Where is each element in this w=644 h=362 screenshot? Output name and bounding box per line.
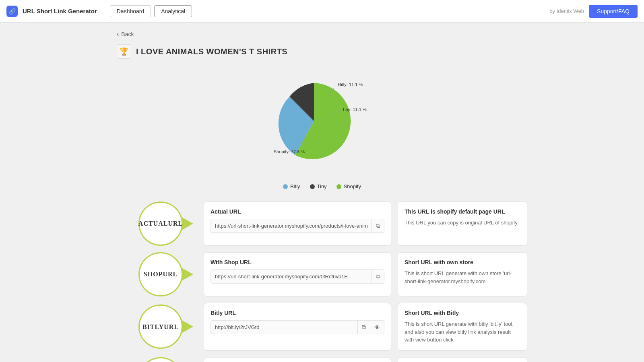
back-link[interactable]: ‹ Back (117, 31, 527, 38)
chart-section: Bitly: 11.1 % Tiny: 11.1 % Shopify: 77.8… (117, 67, 527, 189)
shop-url-input[interactable] (211, 270, 372, 283)
shop-url-circle-line1: Shop (144, 270, 163, 278)
actual-url-circle: Actual URL (138, 202, 183, 246)
shop-url-main-card: With Shop URL ⧉ (204, 252, 391, 296)
tiny-legend-dot (310, 184, 315, 189)
bitly-url-card-title: Bitly URL (211, 310, 384, 316)
actual-url-input[interactable] (211, 220, 372, 232)
actual-url-copy-button[interactable]: ⧉ (372, 219, 384, 232)
app-title: URL Short Link Generator (23, 8, 97, 14)
bitly-legend-label: Bitly (290, 183, 300, 189)
main-content: ‹ Back 🏆 I LOVE ANIMALS WOMEN'S T SHIRTS (101, 23, 543, 362)
pie-chart-wrapper: Bitly: 11.1 % Tiny: 11.1 % Shopify: 77.8… (262, 67, 382, 179)
shop-url-circle-line2: URL (163, 270, 178, 278)
back-label: Back (121, 31, 134, 37)
app-icon: 🔗 (6, 6, 18, 17)
bitly-url-circle-line2: URL (164, 323, 179, 331)
actual-url-main-card: Actual URL ⧉ (204, 202, 391, 246)
shop-url-connector (182, 268, 193, 281)
actual-url-circle-line1: Actual (138, 220, 168, 227)
actual-url-input-row: ⧉ (211, 219, 384, 233)
shop-url-info-card: Short URL with own store This is short U… (398, 252, 527, 296)
header-left: 🔗 URL Short Link Generator Dashboard Ana… (6, 5, 192, 17)
legend-bitly: Bitly (283, 183, 300, 189)
by-text: by Identix Web (549, 8, 584, 14)
bitly-url-circle: Bitly URL (138, 304, 183, 349)
product-icon: 🏆 (117, 44, 131, 59)
actual-url-circle-line2: URL (168, 220, 183, 227)
pie-chart-svg: Bitly: 11.1 % Tiny: 11.1 % Shopify: 77.8… (262, 67, 382, 171)
shop-url-row: Shop URL With Shop URL ⧉ Short URL with … (117, 252, 527, 296)
support-faq-button[interactable]: Support/FAQ (589, 5, 638, 18)
dashboard-nav-button[interactable]: Dashboard (110, 5, 151, 17)
shop-url-info-desc: This is short URL generate with own stor… (405, 269, 520, 285)
bitly-url-info-desc: This is short URL generate with bitly 'b… (405, 320, 520, 344)
tiny-url-row: Tiny URL Tiny URL ⧉ Short URL with Tiny … (117, 357, 527, 362)
actual-url-card-title: Actual URL (211, 208, 384, 215)
header-right: by Identix Web Support/FAQ (549, 5, 638, 18)
shop-url-card-title: With Shop URL (211, 259, 384, 265)
tiny-url-circle-container: Tiny URL (117, 357, 197, 362)
shopify-label: Shopify: 77.8 % (274, 149, 305, 154)
shop-url-info-title: Short URL with own store (405, 259, 520, 265)
bitly-legend-dot (283, 184, 288, 189)
product-header: 🏆 I LOVE ANIMALS WOMEN'S T SHIRTS (117, 44, 527, 59)
bitly-url-info-card: Short URL with Bitly This is short URL g… (398, 303, 527, 351)
bitly-url-circle-container: Bitly URL (117, 303, 197, 351)
back-arrow-icon: ‹ (117, 31, 119, 38)
bitly-url-connector (182, 320, 193, 333)
shop-url-circle: Shop URL (138, 252, 183, 296)
shopify-legend-dot (336, 184, 341, 189)
actual-url-info-desc: This URL you can copy is original URL of… (405, 219, 520, 227)
bitly-label: Bitly: 11.1 % (338, 82, 363, 87)
bitly-url-info-title: Short URL with Bitly (405, 310, 520, 316)
bitly-url-main-card: Bitly URL ⧉ 👁 (204, 303, 391, 351)
actual-url-info-title: This URL is shopify default page URL (405, 208, 520, 215)
legend-shopify: Shopify (336, 183, 361, 189)
bitly-url-view-button[interactable]: 👁 (370, 321, 384, 334)
tiny-legend-label: Tiny (317, 183, 327, 189)
actual-url-connector (182, 217, 193, 230)
analytical-nav-button[interactable]: Analytical (154, 5, 192, 17)
url-sections: Actual URL Actual URL ⧉ This URL is shop… (117, 202, 527, 362)
tiny-url-circle: Tiny URL (138, 357, 183, 362)
shop-url-input-row: ⧉ (211, 269, 384, 284)
tiny-url-info-card: Short URL with Tiny This is short URL ge… (398, 357, 527, 362)
actual-url-circle-container: Actual URL (117, 202, 197, 246)
tiny-url-main-card: Tiny URL ⧉ (204, 357, 391, 362)
actual-url-row: Actual URL Actual URL ⧉ This URL is shop… (117, 202, 527, 246)
bitly-url-input-row: ⧉ 👁 (211, 320, 384, 334)
header-nav: Dashboard Analytical (110, 5, 192, 17)
chart-legend: Bitly Tiny Shopify (283, 183, 361, 189)
shopify-legend-label: Shopify (344, 183, 361, 189)
bitly-url-input[interactable] (211, 321, 357, 333)
bitly-url-circle-line1: Bitly (142, 323, 164, 331)
shop-url-copy-button[interactable]: ⧉ (372, 270, 384, 283)
legend-tiny: Tiny (310, 183, 327, 189)
bitly-url-copy-button[interactable]: ⧉ (357, 321, 370, 334)
shop-url-circle-container: Shop URL (117, 252, 197, 296)
tiny-label: Tiny: 11.1 % (342, 107, 367, 112)
product-title: I LOVE ANIMALS WOMEN'S T SHIRTS (136, 47, 287, 56)
bitly-url-row: Bitly URL Bitly URL ⧉ 👁 Short URL with B… (117, 303, 527, 351)
app-header: 🔗 URL Short Link Generator Dashboard Ana… (0, 0, 644, 23)
actual-url-info-card: This URL is shopify default page URL Thi… (398, 202, 527, 246)
